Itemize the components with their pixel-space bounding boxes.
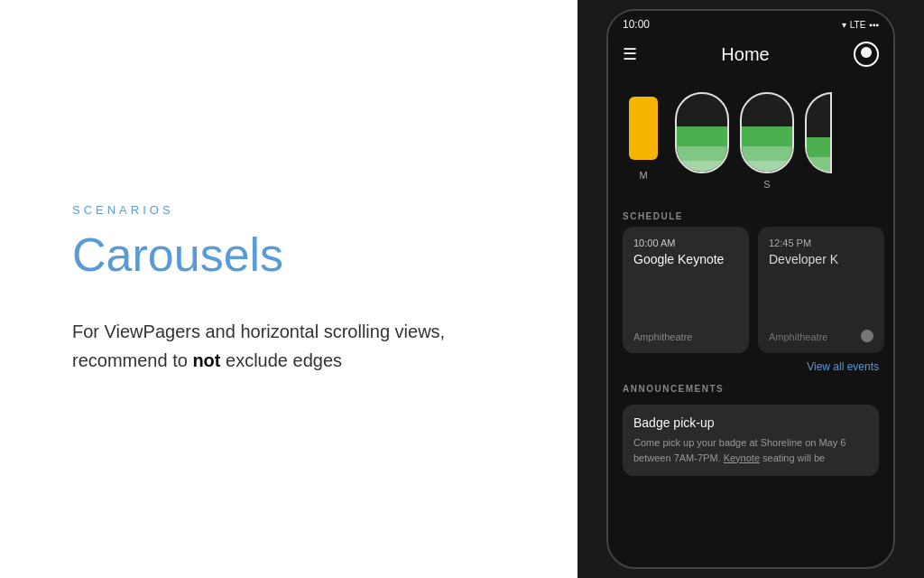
- schedule-cards: 10:00 AM Google Keynote Amphitheatre 12:…: [608, 227, 893, 353]
- card-1-time: 10:00 AM: [633, 238, 738, 248]
- top-bar-title: Home: [721, 44, 769, 65]
- scenarios-label: SCENARIOS: [72, 203, 505, 217]
- description-bold: not: [192, 350, 220, 370]
- card-1-title: Google Keynote: [633, 252, 738, 266]
- yellow-pill: [623, 92, 664, 164]
- green-pill-2: [740, 92, 794, 173]
- card-2-title: Developer K: [769, 252, 873, 266]
- green-pill-partial: [805, 92, 832, 173]
- menu-icon[interactable]: ☰: [623, 44, 637, 64]
- yellow-rect: [629, 97, 658, 160]
- card-2-time: 12:45 PM: [769, 238, 873, 248]
- left-panel: SCENARIOS Carousels For ViewPagers and h…: [0, 0, 578, 578]
- card-2-dot: [861, 330, 873, 342]
- status-icons: ▾ LTE ▪▪▪: [842, 20, 879, 30]
- announcements-section: ANNOUNCEMENTS Badge pick-up Come pick up…: [608, 377, 893, 489]
- description: For ViewPagers and horizontal scrolling …: [72, 317, 505, 375]
- announcement-card-1[interactable]: Badge pick-up Come pick up your badge at…: [623, 405, 879, 476]
- top-bar: ☰ Home: [608, 34, 893, 78]
- pill-label-s: S: [763, 179, 770, 190]
- carousel-item-partial[interactable]: [805, 92, 832, 190]
- carousel-section[interactable]: M: [608, 78, 893, 204]
- right-panel: 10:00 ▾ LTE ▪▪▪ ☰ Home M: [578, 0, 924, 578]
- avatar-icon[interactable]: [854, 42, 879, 67]
- schedule-card-1[interactable]: 10:00 AM Google Keynote Amphitheatre: [623, 227, 749, 353]
- green-pill-1: [675, 92, 729, 173]
- main-title: Carousels: [72, 229, 505, 281]
- description-text-2: exclude edges: [220, 350, 342, 370]
- announcements-label: ANNOUNCEMENTS: [608, 377, 893, 399]
- lte-label: LTE: [850, 20, 866, 30]
- schedule-section: SCHEDULE 10:00 AM Google Keynote Amphith…: [608, 204, 893, 567]
- schedule-card-2[interactable]: 12:45 PM Developer K Amphitheatre: [758, 227, 884, 353]
- status-bar: 10:00 ▾ LTE ▪▪▪: [608, 11, 893, 34]
- announcement-title-1: Badge pick-up: [633, 415, 868, 430]
- schedule-label: SCHEDULE: [608, 204, 893, 227]
- wifi-icon: ▾: [842, 20, 846, 30]
- pill-label-m: M: [639, 170, 647, 181]
- battery-icon: ▪▪▪: [869, 20, 879, 30]
- card-1-venue: Amphitheatre: [633, 331, 692, 342]
- announcement-text-1: Come pick up your badge at Shoreline on …: [633, 435, 868, 465]
- carousel-item-green1[interactable]: [675, 92, 729, 190]
- status-time: 10:00: [623, 18, 650, 31]
- carousel-items: M: [608, 85, 893, 197]
- carousel-item-s[interactable]: S: [740, 92, 794, 190]
- phone-mockup: 10:00 ▾ LTE ▪▪▪ ☰ Home M: [606, 9, 895, 569]
- carousel-item-m[interactable]: M: [623, 92, 664, 190]
- card-2-venue: Amphitheatre: [769, 331, 827, 342]
- view-all-link[interactable]: View all events: [608, 353, 893, 377]
